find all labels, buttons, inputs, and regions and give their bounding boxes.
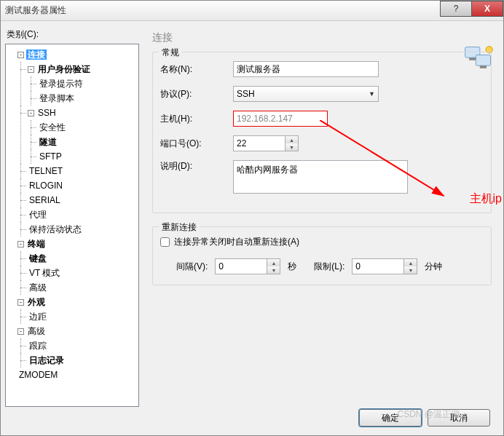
tree-node-terminal[interactable]: 终端 — [26, 239, 47, 249]
protocol-value: SSH — [237, 89, 255, 99]
close-button[interactable]: X — [471, 1, 503, 17]
tree-toggle-icon[interactable]: - — [28, 110, 34, 116]
window-title: 测试服务器属性 — [5, 4, 66, 17]
desc-label: 说明(D): — [160, 160, 233, 173]
tree-node-advanced[interactable]: 高级 — [26, 326, 47, 336]
annotation-arrow-icon — [320, 120, 465, 207]
category-tree[interactable]: -连接 -用户身份验证 登录提示符 登录脚本 -SSH — [5, 44, 139, 407]
spin-up-icon[interactable]: ▲ — [286, 136, 298, 143]
tree-node-rlogin[interactable]: RLOGIN — [28, 181, 64, 191]
limit-label: 限制(L): — [314, 261, 344, 273]
name-input[interactable] — [233, 61, 379, 77]
annotation-host-ip: 主机ip — [470, 191, 502, 207]
port-input[interactable] — [234, 136, 285, 151]
tree-node-connection[interactable]: 连接 — [26, 49, 47, 60]
tree-toggle-icon[interactable]: - — [17, 241, 24, 247]
reconnect-checkbox-label: 连接异常关闭时自动重新连接(A) — [174, 236, 299, 248]
host-input[interactable] — [233, 111, 328, 127]
tree-node-vtmode[interactable]: VT 模式 — [28, 268, 61, 278]
port-spinner[interactable]: ▲ ▼ — [233, 135, 299, 151]
tree-node-ssh[interactable]: SSH — [36, 108, 58, 118]
dialog-button-bar: 确定 取消 — [359, 409, 490, 427]
interval-spinner[interactable]: ▲▼ — [215, 258, 280, 274]
reconnect-checkbox[interactable] — [160, 237, 170, 247]
chevron-down-icon: ▼ — [369, 90, 375, 98]
general-legend: 常规 — [159, 47, 182, 59]
name-label: 名称(N): — [160, 63, 233, 76]
tree-node-margin[interactable]: 边距 — [28, 312, 48, 322]
protocol-label: 协议(P): — [160, 88, 233, 100]
tree-toggle-icon[interactable]: - — [28, 66, 34, 73]
tree-node-keyboard[interactable]: 键盘 — [28, 253, 48, 263]
spin-up-icon[interactable]: ▲ — [267, 259, 280, 266]
settings-panel: 连接 常规 名称(N): 协议(P): SSH ▼ — [139, 25, 499, 407]
limit-spinner[interactable]: ▲▼ — [352, 258, 417, 274]
category-label: 类别(C): — [7, 28, 139, 41]
limit-input[interactable] — [353, 259, 403, 274]
interval-label: 间隔(V): — [176, 261, 208, 273]
titlebar: 测试服务器属性 ? X — [1, 1, 503, 21]
dialog-window: 测试服务器属性 ? X 类别(C): -连接 -用户身份验证 登录提示 — [0, 0, 504, 436]
tree-node-telnet[interactable]: TELNET — [28, 166, 64, 176]
tree-node-security[interactable]: 安全性 — [38, 122, 67, 132]
reconnect-legend: 重新连接 — [159, 221, 200, 234]
help-button[interactable]: ? — [440, 1, 472, 17]
host-label: 主机(H): — [160, 113, 233, 125]
tree-toggle-icon[interactable]: - — [17, 52, 24, 58]
tree-node-appearance[interactable]: 外观 — [26, 297, 47, 307]
interval-unit: 秒 — [288, 261, 296, 273]
tree-node-login-script[interactable]: 登录脚本 — [38, 93, 76, 103]
interval-input[interactable] — [216, 259, 267, 274]
protocol-select[interactable]: SSH ▼ — [233, 86, 379, 102]
tree-node-proxy[interactable]: 代理 — [28, 210, 48, 220]
tree-node-zmodem[interactable]: ZMODEM — [17, 370, 59, 380]
tree-node-trace[interactable]: 跟踪 — [28, 341, 48, 351]
tree-node-keepalive[interactable]: 保持活动状态 — [28, 224, 83, 234]
port-label: 端口号(O): — [160, 138, 233, 150]
tree-node-serial[interactable]: SERIAL — [28, 195, 62, 205]
ok-button[interactable]: 确定 — [359, 409, 422, 427]
titlebar-buttons: ? X — [441, 1, 503, 17]
cancel-button[interactable]: 取消 — [428, 409, 490, 427]
spin-down-icon[interactable]: ▼ — [404, 266, 417, 274]
spin-down-icon[interactable]: ▼ — [286, 143, 298, 151]
tree-node-sftp[interactable]: SFTP — [38, 151, 63, 162]
panel-title: 连接 — [152, 31, 492, 44]
tree-toggle-icon[interactable]: - — [17, 299, 24, 306]
reconnect-fieldset: 重新连接 连接异常关闭时自动重新连接(A) 间隔(V): ▲▼ 秒 限制(L): — [152, 226, 492, 285]
tree-node-advanced-term[interactable]: 高级 — [28, 282, 48, 293]
tree-node-tunnel[interactable]: 隧道 — [38, 137, 58, 147]
tree-node-login-prompt[interactable]: 登录提示符 — [38, 79, 84, 89]
tree-toggle-icon[interactable]: - — [17, 328, 24, 335]
svg-line-5 — [320, 120, 444, 196]
tree-node-logging[interactable]: 日志记录 — [28, 355, 66, 365]
limit-unit: 分钟 — [425, 261, 442, 273]
spin-down-icon[interactable]: ▼ — [267, 266, 280, 274]
spin-up-icon[interactable]: ▲ — [404, 259, 417, 266]
dialog-body: 类别(C): -连接 -用户身份验证 登录提示符 登录脚本 — [1, 21, 503, 407]
tree-node-auth[interactable]: 用户身份验证 — [36, 64, 92, 74]
category-panel: 类别(C): -连接 -用户身份验证 登录提示符 登录脚本 — [5, 25, 139, 407]
